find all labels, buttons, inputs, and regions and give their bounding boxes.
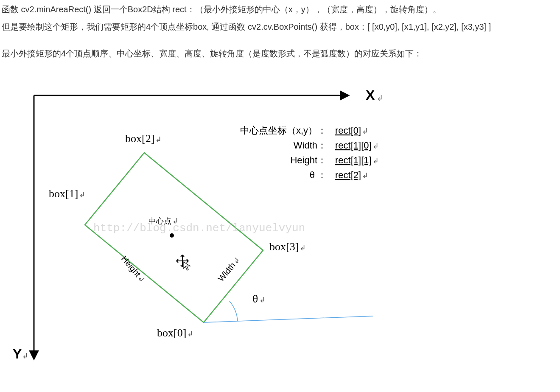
legend-width-key: Width： <box>294 140 327 151</box>
paragraph-3: 最小外接矩形的4个顶点顺序、中心坐标、宽度、高度、旋转角度（是度数形式，不是弧度… <box>2 46 560 62</box>
label-box2: box[2]↲ <box>125 132 162 145</box>
label-height: Height↲ <box>120 254 147 284</box>
legend: 中心点坐标（x,y）： rect[0]↲ Width： rect[1][0]↲ … <box>240 125 379 180</box>
angle-baseline <box>204 316 373 322</box>
label-width: Width↲ <box>216 255 242 283</box>
legend-height-val: rect[1][1]↲ <box>335 155 379 165</box>
axis-label-y: Y <box>13 346 22 361</box>
label-box1: box[1]↲ <box>49 188 85 200</box>
legend-height-key: Height： <box>290 155 327 165</box>
legend-center-key: 中心点坐标（x,y）： <box>240 125 327 136</box>
label-box3: box[3]↲ <box>269 241 306 253</box>
angle-arc <box>230 301 238 321</box>
legend-center-val: rect[0]↲ <box>335 125 368 136</box>
legend-theta-key: θ ： <box>310 170 327 180</box>
label-theta: θ↲ <box>252 293 266 305</box>
move-cursor-icon <box>176 255 190 270</box>
paragraph-1: 函数 cv2.minAreaRect() 返回一个Box2D结构 rect：（最… <box>2 2 560 17</box>
legend-theta-val: rect[2]↲ <box>335 170 368 180</box>
minarearect-diagram: X Y box[2]↲ box[1]↲ box[3]↲ box[0]↲ 中心点↲… <box>0 78 560 384</box>
rotated-rectangle <box>85 153 263 322</box>
paragraph-2: 但是要绘制这个矩形，我们需要矩形的4个顶点坐标box, 通过函数 cv2.cv.… <box>2 19 560 35</box>
svg-text:↲: ↲ <box>22 352 28 360</box>
legend-width-val: rect[1][0]↲ <box>335 140 379 151</box>
watermark: http://blog.csdn.net/lanyuelvyun <box>93 222 305 235</box>
svg-text:↲: ↲ <box>377 94 383 102</box>
axis-label-x: X <box>366 87 375 103</box>
label-box0: box[0]↲ <box>157 327 193 339</box>
